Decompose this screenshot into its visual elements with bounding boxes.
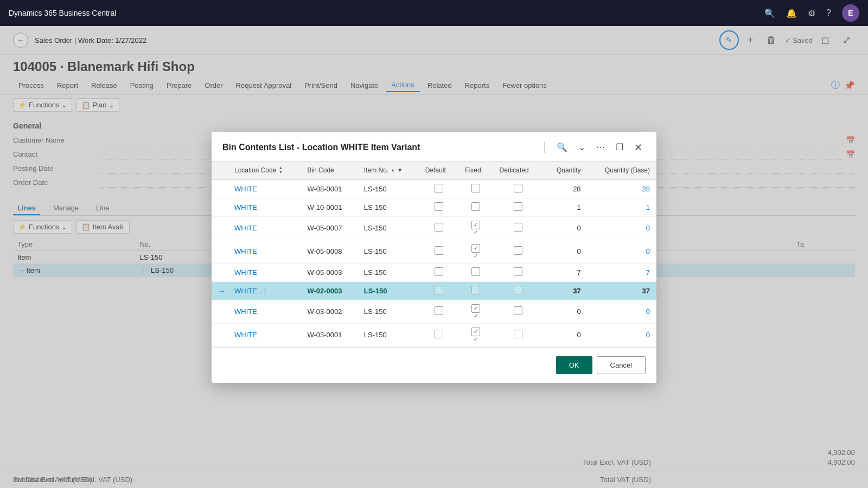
modal-header: Bin Contents List - Location WHITE Item … (212, 132, 656, 162)
cell-item-no: LS-150 (358, 216, 419, 240)
modal-table-row[interactable]: →WHITE⋮W-02-0003LS-1503737 (212, 281, 656, 300)
modal-search-chevron[interactable]: ⌄ (575, 141, 589, 153)
checkbox-dedicated[interactable] (514, 330, 522, 338)
checkbox-default[interactable] (435, 184, 443, 192)
checkbox-fixed[interactable] (471, 202, 480, 211)
cell-dedicated[interactable] (493, 281, 544, 300)
cell-fixed[interactable]: ✓ (458, 323, 493, 346)
cell-fixed[interactable] (458, 198, 493, 216)
cell-location-code[interactable]: WHITE (228, 198, 301, 216)
cell-default[interactable] (419, 179, 459, 198)
cell-bin-code: W-05-0008 (301, 240, 357, 263)
modal-more-button[interactable]: ⋯ (593, 141, 608, 153)
checkbox-default[interactable] (435, 267, 443, 276)
modal-table-row[interactable]: WHITEW-05-0007LS-150✓00 (212, 216, 656, 240)
col-header-item-no: Item No. ▲ ▼ (358, 162, 419, 179)
checkbox-default[interactable] (435, 223, 443, 232)
checkbox-dedicated[interactable] (514, 223, 522, 232)
item-filter-icon[interactable]: ▼ (397, 167, 403, 173)
location-code-link[interactable]: WHITE (234, 185, 257, 193)
cancel-button[interactable]: Cancel (597, 356, 646, 374)
checkbox-default[interactable] (435, 306, 443, 315)
cell-default[interactable] (419, 323, 459, 346)
cell-dedicated[interactable] (493, 323, 544, 346)
cell-fixed[interactable] (458, 179, 493, 198)
cell-dedicated[interactable] (493, 300, 544, 323)
checkbox-dedicated[interactable] (514, 202, 522, 211)
checkbox-fixed[interactable]: ✓ (471, 221, 480, 229)
cell-fixed[interactable]: ✓ (458, 300, 493, 323)
cell-fixed[interactable] (458, 281, 493, 300)
modal-table-row[interactable]: WHITEW-10-0001LS-15011 (212, 198, 656, 216)
modal-table-row[interactable]: WHITEW-03-0002LS-150✓00 (212, 300, 656, 323)
ok-button[interactable]: OK (556, 356, 592, 374)
checkbox-default[interactable] (435, 246, 443, 255)
cell-dedicated[interactable] (493, 263, 544, 281)
modal-close-button[interactable]: ✕ (631, 140, 646, 155)
cell-fixed[interactable] (458, 263, 493, 281)
cell-dedicated[interactable] (493, 198, 544, 216)
cell-dedicated[interactable] (493, 179, 544, 198)
cell-default[interactable] (419, 240, 459, 263)
checkbox-fixed[interactable]: ✓ (471, 328, 480, 336)
checkbox-default[interactable] (435, 330, 443, 338)
cell-fixed[interactable]: ✓ (458, 240, 493, 263)
checkbox-dedicated[interactable] (514, 267, 522, 276)
checkbox-default[interactable] (435, 202, 443, 211)
cell-location-code[interactable]: WHITE (228, 216, 301, 240)
cell-default[interactable] (419, 198, 459, 216)
item-no-sort-arrows[interactable]: ▲ (391, 168, 395, 172)
location-code-link[interactable]: WHITE (234, 203, 257, 211)
checkbox-dedicated[interactable] (514, 286, 522, 294)
cell-item-no: LS-150 (358, 179, 419, 198)
row-arrow-cell (212, 240, 228, 263)
cell-default[interactable] (419, 300, 459, 323)
cell-default[interactable] (419, 281, 459, 300)
cell-location-code[interactable]: WHITE (228, 263, 301, 281)
cell-default[interactable] (419, 216, 459, 240)
row-arrow-cell (212, 198, 228, 216)
location-code-link[interactable]: WHITE (234, 268, 257, 277)
location-code-link[interactable]: WHITE (234, 307, 257, 316)
checkbox-fixed[interactable]: ✓ (471, 304, 480, 313)
location-code-link[interactable]: WHITE (234, 287, 257, 295)
cell-item-no: LS-150 (358, 263, 419, 281)
cell-default[interactable] (419, 263, 459, 281)
checkbox-dedicated[interactable] (514, 184, 522, 192)
checkbox-fixed[interactable] (471, 286, 480, 294)
arrow-icon: → (218, 287, 225, 295)
location-code-link[interactable]: WHITE (234, 224, 257, 232)
cell-location-code[interactable]: WHITE (228, 179, 301, 198)
modal-table-row[interactable]: WHITEW-03-0001LS-150✓00 (212, 323, 656, 346)
location-code-link[interactable]: WHITE (234, 247, 257, 255)
cell-dedicated[interactable] (493, 216, 544, 240)
cell-location-code[interactable]: WHITE⋮ (228, 281, 301, 300)
search-icon[interactable]: 🔍 (764, 8, 775, 18)
col-header-default: Default (419, 162, 459, 179)
modal-table-row[interactable]: WHITEW-08-0001LS-1502828 (212, 179, 656, 198)
checkbox-fixed[interactable]: ✓ (471, 244, 480, 253)
checkbox-fixed[interactable] (471, 184, 480, 192)
cell-dedicated[interactable] (493, 240, 544, 263)
cell-location-code[interactable]: WHITE (228, 240, 301, 263)
cell-bin-code: W-10-0001 (301, 198, 357, 216)
checkbox-default[interactable] (435, 286, 443, 294)
modal-search-button[interactable]: 🔍 (553, 141, 571, 153)
location-sort-arrows[interactable]: ▲▼ (278, 166, 283, 175)
cell-location-code[interactable]: WHITE (228, 323, 301, 346)
modal-expand-button[interactable]: ❐ (612, 141, 627, 153)
cell-fixed[interactable]: ✓ (458, 216, 493, 240)
modal-table-row[interactable]: WHITEW-05-0008LS-150✓00 (212, 240, 656, 263)
location-code-link[interactable]: WHITE (234, 331, 257, 339)
settings-icon[interactable]: ⚙ (808, 8, 815, 18)
notification-icon[interactable]: 🔔 (786, 8, 797, 18)
cell-item-no: LS-150 (358, 323, 419, 346)
avatar[interactable]: E (842, 4, 859, 22)
cell-location-code[interactable]: WHITE (228, 300, 301, 323)
help-icon[interactable]: ? (826, 8, 831, 18)
checkbox-fixed[interactable] (471, 267, 480, 276)
checkbox-dedicated[interactable] (514, 306, 522, 315)
modal-table-row[interactable]: WHITEW-05-0003LS-15077 (212, 263, 656, 281)
row-context-menu[interactable]: ⋮ (259, 287, 271, 295)
checkbox-dedicated[interactable] (514, 246, 522, 255)
